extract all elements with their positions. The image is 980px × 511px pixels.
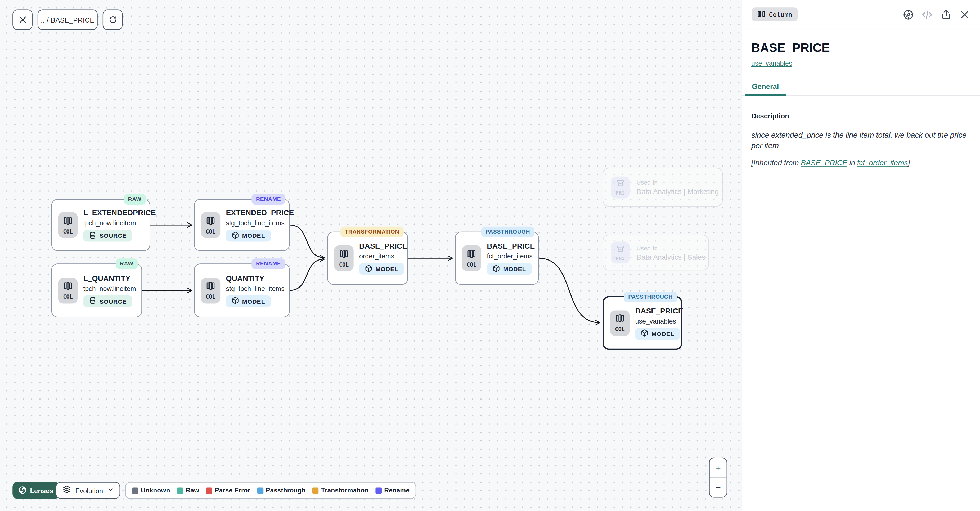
node-subtitle: tpch_now.lineitem [83, 284, 136, 292]
inherited-middle: in [847, 159, 857, 167]
x-icon [18, 15, 27, 24]
model-link[interactable]: use_variables [751, 60, 792, 67]
lineage-node-l_quantity[interactable]: RAWCOLL_QUANTITYtpch_now.lineitemSOURCE [51, 263, 142, 317]
package-icon [232, 231, 239, 240]
entity-type-badge: Column [751, 7, 798, 21]
columns-icon [467, 249, 476, 261]
inherited-column-link[interactable]: BASE_PRICE [801, 159, 847, 167]
lens-badge-raw: RAW [115, 258, 138, 269]
node-kind-label: SOURCE [100, 298, 127, 304]
column-chip-label: COL [63, 294, 73, 300]
node-kind-label: MODEL [242, 232, 265, 239]
lens-badge-rename: RENAME [252, 194, 285, 205]
lens-badge-raw: RAW [124, 194, 146, 205]
evolution-lens-dropdown[interactable]: Evolution [56, 482, 120, 499]
column-chip-label: COL [339, 261, 349, 268]
code-icon[interactable] [920, 8, 934, 21]
legend-label: Unknown [141, 487, 170, 494]
lens-badge-passthrough: PASSTHROUGH [624, 292, 677, 302]
columns-icon [206, 281, 215, 293]
used-in-project-name: Data Analytics | Marketing [636, 188, 719, 195]
node-subtitle: use_variables [635, 317, 676, 324]
zoom-in-button[interactable]: + [710, 458, 727, 478]
legend-item-parse-error: Parse Error [206, 487, 250, 494]
database-icon [89, 297, 96, 306]
used-in-body: Used InData Analytics | Marketing [636, 179, 719, 195]
package-icon [641, 329, 648, 338]
evolution-label: Evolution [75, 487, 103, 494]
lineage-node-quantity[interactable]: RENAMECOLQUANTITYstg_tpch_line_itemsMODE… [194, 263, 290, 317]
legend-item-transformation: Transformation [312, 487, 369, 494]
tab-general[interactable]: General [745, 82, 786, 96]
description-body: since extended_price is the line item to… [751, 130, 969, 152]
column-chip-label: COL [206, 228, 215, 235]
close-lineage-button[interactable] [13, 9, 33, 30]
legend-swatch [206, 487, 212, 493]
legend-label: Transformation [321, 487, 369, 494]
lineage-canvas[interactable]: .. / BASE_PRICE PRJUsed InData Analytics… [0, 0, 741, 511]
legend-label: Raw [186, 487, 199, 494]
lenses-button[interactable]: Lenses [13, 482, 60, 499]
node-subtitle: order_items [359, 252, 394, 260]
used-in-body: Used InData Analytics | Sales [636, 244, 705, 261]
inherited-model-link[interactable]: fct_order_items [857, 159, 908, 167]
node-kind-badge-model: MODEL [226, 230, 270, 242]
layers-icon [62, 485, 72, 496]
aperture-icon [18, 486, 27, 495]
archive-icon [616, 244, 624, 255]
zoom-controls: + − [709, 457, 727, 498]
node-title: L_EXTENDEDPRICE [83, 209, 156, 217]
breadcrumb[interactable]: .. / BASE_PRICE [38, 9, 98, 30]
lens-badge-transformation: TRANSFORMATION [340, 227, 404, 237]
column-chip-label: COL [63, 228, 73, 235]
legend-label: Parse Error [215, 487, 250, 494]
columns-icon [339, 249, 348, 261]
model-link-row: use_variables [751, 60, 970, 67]
lineage-node-l_extendedprice[interactable]: RAWCOLL_EXTENDEDPRICEtpch_now.lineitemSO… [51, 199, 150, 251]
node-kind-badge-model: MODEL [226, 295, 270, 307]
node-kind-label: MODEL [242, 298, 265, 304]
refresh-button[interactable] [103, 9, 123, 30]
node-title: BASE_PRICE [635, 306, 683, 315]
inherited-suffix: ] [908, 159, 910, 167]
app-root: .. / BASE_PRICE PRJUsed InData Analytics… [0, 0, 980, 511]
lineage-node-base_price_order_items[interactable]: TRANSFORMATIONCOLBASE_PRICEorder_itemsMO… [327, 232, 408, 285]
close-panel-icon[interactable] [958, 8, 971, 21]
node-kind-badge-source: SOURCE [83, 295, 132, 307]
lineage-node-base_price_use_variables[interactable]: PASSTHROUGHCOLBASE_PRICEuse_variablesMOD… [603, 296, 682, 350]
share-icon[interactable] [939, 8, 953, 21]
columns-icon [615, 314, 624, 325]
column-chip-label: COL [615, 326, 625, 333]
node-body: L_EXTENDEDPRICEtpch_now.lineitemSOURCE [83, 209, 143, 242]
used-in-label: Used In [636, 179, 719, 186]
legend-swatch [177, 487, 183, 493]
used-in-card-marketing: PRJUsed InData Analytics | Marketing [603, 168, 723, 207]
columns-icon [63, 281, 73, 293]
legend-item-passthrough: Passthrough [257, 487, 305, 494]
legend-swatch [375, 487, 382, 493]
column-chip-label: COL [206, 294, 215, 300]
project-chip-label: PRJ [616, 189, 625, 196]
description-heading: Description [751, 112, 969, 119]
zoom-out-button[interactable]: − [710, 478, 727, 497]
database-icon [89, 231, 96, 240]
column-type-chip: COL [58, 277, 78, 303]
node-subtitle: stg_tpch_line_items [226, 219, 284, 226]
node-title: L_QUANTITY [83, 274, 130, 282]
node-kind-label: MODEL [503, 265, 526, 272]
columns-icon [206, 215, 215, 228]
lineage-node-base_price_fct_order_items[interactable]: PASSTHROUGHCOLBASE_PRICEfct_order_itemsM… [455, 232, 539, 285]
legend-item-rename: Rename [375, 487, 409, 494]
node-title: QUANTITY [226, 274, 264, 282]
node-body: L_QUANTITYtpch_now.lineitemSOURCE [83, 274, 135, 307]
node-kind-badge-model: MODEL [635, 328, 680, 340]
used-in-card-sales: PRJUsed InData Analytics | Sales [603, 235, 709, 271]
refresh-icon [108, 15, 117, 24]
panel-header: Column [741, 0, 980, 29]
lineage-node-extended_price[interactable]: RENAMECOLEXTENDED_PRICEstg_tpch_line_ite… [194, 199, 290, 251]
legend-label: Rename [384, 487, 409, 494]
used-in-project-name: Data Analytics | Sales [636, 253, 705, 261]
compass-icon[interactable] [902, 8, 915, 21]
legend: UnknownRawParse ErrorPassthroughTransfor… [125, 482, 417, 499]
node-kind-label: SOURCE [100, 232, 127, 239]
